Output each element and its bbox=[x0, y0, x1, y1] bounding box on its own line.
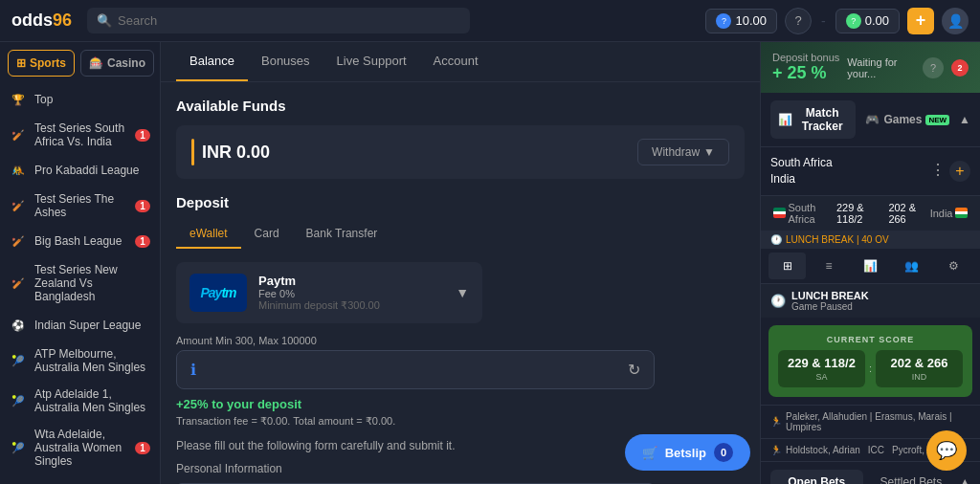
ind-score: 202 & 266 bbox=[888, 202, 925, 225]
tennis-icon-2: 🎾 bbox=[10, 392, 27, 409]
tennis-icon-3: 🎾 bbox=[10, 439, 27, 456]
tab-ewallet[interactable]: eWallet bbox=[176, 220, 241, 249]
logo: odds96 bbox=[11, 11, 72, 31]
add-funds-button[interactable]: + bbox=[907, 8, 934, 34]
badge-test-sa: 1 bbox=[135, 129, 150, 142]
help-button-panel[interactable]: ? bbox=[923, 57, 944, 78]
tab-account[interactable]: Account bbox=[420, 42, 492, 81]
sidebar-label-top: Top bbox=[34, 93, 150, 106]
balance-btn-1[interactable]: ? 10.00 bbox=[705, 9, 777, 33]
betslip-label: Betslip bbox=[665, 446, 706, 460]
sidebar-label-test-sa: Test Series South Africa Vs. India bbox=[34, 121, 127, 148]
payment-tabs: eWallet Card Bank Transfer bbox=[176, 220, 745, 249]
tab-balance[interactable]: Balance bbox=[176, 42, 248, 81]
team-india: India bbox=[930, 208, 953, 219]
match-actions: ⊞ ≡ 📊 👥 ⚙ bbox=[761, 249, 980, 284]
bets-expand-icon[interactable]: ▲ bbox=[959, 475, 970, 484]
tab-match-tracker[interactable]: 📊 Match Tracker bbox=[770, 100, 856, 139]
score-box-ind: 202 & 266 IND bbox=[876, 350, 963, 387]
clock-icon: 🕐 bbox=[770, 294, 786, 308]
paytm-option[interactable]: Paytm Paytm Fee 0% Minimum deposit ₹300.… bbox=[176, 262, 482, 323]
sidebar-label-ashes: Test Series The Ashes bbox=[34, 192, 127, 219]
tennis-icon-1: 🎾 bbox=[10, 352, 27, 369]
paytm-info: Paytm Fee 0% Minimum deposit ₹300.00 bbox=[258, 274, 380, 312]
amount-field[interactable]: ℹ ↻ bbox=[176, 350, 655, 389]
players-icon-btn[interactable]: 👥 bbox=[893, 253, 930, 279]
vs-separator: : bbox=[869, 363, 872, 374]
sidebar-item-atp-melb[interactable]: 🎾 ATP Melbourne, Australia Men Singles bbox=[0, 341, 160, 381]
sidebar-item-nz-ban[interactable]: 🏏 Test Series New Zealand Vs Bangladesh bbox=[0, 256, 160, 310]
cart-icon: 🛒 bbox=[642, 446, 657, 460]
tab-bank-transfer[interactable]: Bank Transfer bbox=[293, 220, 391, 249]
match-status: LUNCH BREAK | 40 OV bbox=[786, 234, 889, 245]
tab-bonuses[interactable]: Bonuses bbox=[248, 42, 323, 81]
withdraw-button[interactable]: Withdraw ▼ bbox=[637, 139, 729, 165]
chat-button[interactable]: 💬 bbox=[926, 430, 967, 471]
user-avatar[interactable]: 👤 bbox=[942, 8, 969, 34]
betslip-button[interactable]: 🛒 Betslip 0 bbox=[625, 434, 750, 471]
paytm-name: Paytm bbox=[258, 274, 380, 288]
info-icon: ℹ bbox=[190, 361, 196, 379]
football-icon-1: ⚽ bbox=[10, 317, 27, 334]
sports-tab[interactable]: ⊞ Sports bbox=[8, 50, 75, 77]
flag-south-africa bbox=[773, 208, 786, 218]
lunch-break-banner: 🕐 LUNCH BREAK Game Paused bbox=[761, 284, 980, 318]
new-badge: NEW bbox=[925, 115, 949, 125]
score-row: South Africa 229 & 118/2 202 & 266 India bbox=[761, 196, 980, 231]
match-status-row: 🕐 LUNCH BREAK | 40 OV bbox=[761, 231, 980, 249]
sidebar-item-test-sa[interactable]: 🏏 Test Series South Africa Vs. India 1 bbox=[0, 115, 160, 155]
sidebar-item-big-bash[interactable]: 🏏 Big Bash League 1 bbox=[0, 226, 160, 256]
sidebar-item-ashes[interactable]: 🏏 Test Series The Ashes 1 bbox=[0, 186, 160, 226]
sidebar-label-nz-ban: Test Series New Zealand Vs Bangladesh bbox=[34, 263, 150, 303]
match-star-icon[interactable]: + bbox=[949, 161, 970, 182]
sa-score: 229 & 118/2 bbox=[836, 202, 880, 225]
flag-india bbox=[955, 208, 968, 218]
tab-card[interactable]: Card bbox=[241, 220, 293, 249]
match-controls: ⋮ + bbox=[930, 161, 970, 182]
coin-icon: ? bbox=[716, 13, 731, 29]
header: odds96 🔍 ? 10.00 ? - ? 0.00 + 👤 bbox=[0, 0, 980, 42]
sidebar-item-atp-adel[interactable]: 🎾 Atp Adelaide 1, Australia Men Singles bbox=[0, 381, 160, 421]
header-right: ? 10.00 ? - ? 0.00 + 👤 bbox=[705, 8, 969, 34]
sub-nav: Balance Bonuses Live Support Account bbox=[161, 42, 760, 82]
badge-ashes: 1 bbox=[135, 200, 150, 212]
chevron-down-icon: ▼ bbox=[703, 145, 715, 159]
scorecard-icon-btn[interactable]: ⊞ bbox=[768, 253, 806, 279]
casino-icon: 🎰 bbox=[89, 56, 103, 70]
expand-icon[interactable]: ▲ bbox=[959, 113, 970, 126]
score-ind-val: 202 & 266 bbox=[883, 356, 955, 370]
amount-input[interactable] bbox=[202, 363, 628, 377]
cricket-icon-1: 🏏 bbox=[10, 126, 27, 143]
sidebar-item-isl[interactable]: ⚽ Indian Super League bbox=[0, 310, 160, 341]
search-input[interactable] bbox=[118, 13, 460, 28]
tab-games[interactable]: 🎮 Games NEW bbox=[858, 107, 957, 132]
sidebar-label-atp-melb: ATP Melbourne, Australia Men Singles bbox=[34, 347, 150, 374]
settings-icon-btn[interactable]: ⚙ bbox=[935, 253, 972, 279]
players-list-1: Paleker, Allahudien | Erasmus, Marais | … bbox=[786, 411, 970, 432]
tab-open-bets[interactable]: Open Bets bbox=[770, 470, 863, 484]
help-button-1[interactable]: ? bbox=[785, 8, 812, 34]
balance-btn-2[interactable]: ? 0.00 bbox=[835, 9, 900, 33]
match-expand-icon[interactable]: ⋮ bbox=[930, 161, 946, 182]
cricket-icon-3: 🏏 bbox=[10, 232, 27, 250]
paytm-min: Minimum deposit ₹300.00 bbox=[258, 299, 380, 312]
sidebar-item-wta[interactable]: 🎾 Wta Adelaide, Australia Women Singles … bbox=[0, 421, 160, 474]
deposit-title: Deposit bbox=[176, 194, 745, 210]
separator: - bbox=[821, 13, 826, 29]
chat-icon: 💬 bbox=[936, 440, 957, 461]
tab-live-support[interactable]: Live Support bbox=[323, 42, 420, 81]
funds-bar bbox=[191, 139, 194, 165]
casino-tab[interactable]: 🎰 Casino bbox=[80, 50, 154, 77]
content-body: Available Funds INR 0.00 Withdraw ▼ Depo… bbox=[161, 82, 760, 484]
tab-settled-bets[interactable]: Settled Bets bbox=[865, 470, 958, 484]
main-content: Balance Bonuses Live Support Account Ava… bbox=[161, 42, 760, 484]
sports-casino-tabs: ⊞ Sports 🎰 Casino bbox=[0, 42, 160, 84]
sidebar-item-top[interactable]: 🏆 Top bbox=[0, 84, 160, 115]
icc-label: ICC bbox=[868, 445, 884, 455]
sidebar-item-kabaddi-pro[interactable]: 🤼 Pro Kabaddi League bbox=[0, 155, 160, 186]
search-bar[interactable]: 🔍 bbox=[87, 8, 470, 33]
sidebar-item-nba[interactable]: 🏀 NBA bbox=[0, 474, 160, 484]
list-icon-btn[interactable]: ≡ bbox=[810, 253, 847, 279]
status-icon: 🕐 bbox=[770, 234, 782, 245]
chart-icon-btn[interactable]: 📊 bbox=[852, 253, 889, 279]
